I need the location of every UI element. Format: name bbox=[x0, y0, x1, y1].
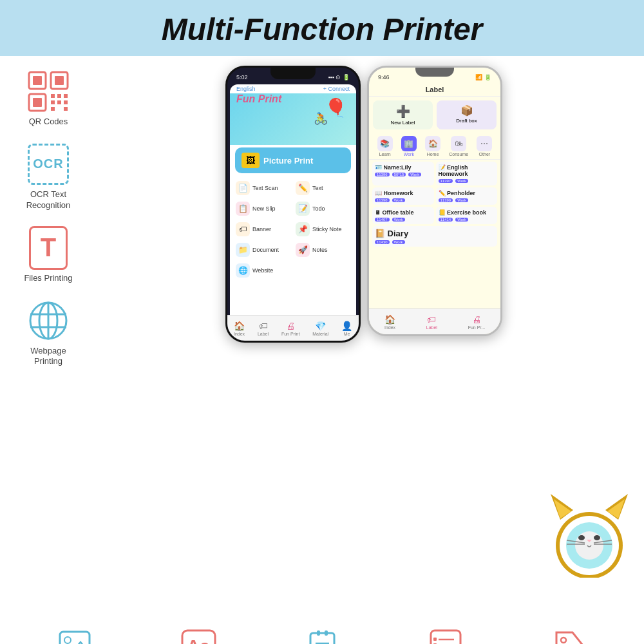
app-text-scan[interactable]: 📄 Text Scan bbox=[234, 178, 292, 198]
phone2-nav-index[interactable]: 🏠 Index bbox=[384, 314, 395, 330]
svg-rect-11 bbox=[64, 107, 68, 111]
left-features-panel: QR Codes OCR OCR TextRecognition T Files… bbox=[6, 62, 90, 616]
app-website[interactable]: 🌐 Website bbox=[234, 261, 292, 280]
cat-work[interactable]: 🏢 Work bbox=[401, 136, 417, 156]
picture-print-label: Picture Print bbox=[263, 156, 313, 166]
feature-qr-label: QR Codes bbox=[29, 117, 68, 128]
svg-point-26 bbox=[575, 531, 603, 560]
labels-icon bbox=[552, 627, 587, 644]
svg-rect-10 bbox=[57, 100, 61, 104]
svg-rect-12 bbox=[51, 107, 55, 111]
app-todo[interactable]: 📝 Todo bbox=[294, 199, 352, 218]
cat-consume[interactable]: 🛍 Consume bbox=[449, 136, 468, 156]
phone2-nav-index-icon: 🏠 bbox=[384, 314, 395, 325]
cat-other[interactable]: ⋯ Other bbox=[477, 136, 492, 156]
label-card-6-type: Work bbox=[392, 240, 405, 244]
label-card-2[interactable]: 📖 Homework 11398 Work bbox=[372, 187, 434, 205]
app-document[interactable]: 📁 Document bbox=[234, 240, 292, 260]
new-slip-label: New Slip bbox=[252, 205, 276, 212]
label-card-1[interactable]: 📝 EnglishHomework 11397 Work bbox=[436, 162, 498, 185]
label-card-0[interactable]: 🪪 Name:Lily 11396 50*15 Work bbox=[372, 162, 434, 185]
app-text[interactable]: ✏️ Text bbox=[294, 178, 352, 198]
label-card-3[interactable]: ✏️ Penholder 11399 Work bbox=[436, 187, 498, 205]
nav-label[interactable]: 🏷 Label bbox=[258, 321, 269, 323]
svg-rect-7 bbox=[57, 94, 61, 98]
svg-text:Aa: Aa bbox=[187, 636, 210, 645]
banner-icon: 🏷 bbox=[236, 222, 250, 236]
feature-ocr: OCR OCR TextRecognition bbox=[26, 142, 71, 211]
phone2-nav-label-icon: 🏷 bbox=[427, 314, 436, 325]
phone2-nav-fun-print[interactable]: 🖨 Fun Pr... bbox=[468, 314, 485, 330]
nav-material-icon: 💎 bbox=[315, 321, 326, 323]
cat-consume-icon: 🛍 bbox=[451, 136, 466, 151]
phone1-notch bbox=[270, 68, 316, 79]
phone2-time: 9:46 bbox=[378, 74, 390, 80]
phone2-bottom-nav: 🏠 Index 🏷 Label 🖨 Fun Pr... bbox=[369, 308, 500, 334]
draft-box-button[interactable]: 📦 Draft box bbox=[437, 100, 497, 129]
nav-me[interactable]: 👤 Me bbox=[341, 321, 352, 323]
document-label: Document bbox=[252, 247, 279, 253]
document-icon: 📁 bbox=[236, 243, 250, 257]
label-card-6-title: 📔 Diary bbox=[375, 229, 495, 238]
text-icon: ✏️ bbox=[296, 181, 310, 195]
bottom-feature-pictures: Pictures bbox=[57, 627, 93, 644]
phone1-app-grid: 📄 Text Scan ✏️ Text 📋 New Slip 📝 Todo bbox=[230, 176, 356, 283]
phone2-nav-label[interactable]: 🏷 Label bbox=[426, 314, 437, 330]
label-card-6[interactable]: 📔 Diary 11430 Work bbox=[372, 226, 497, 247]
text-scan-icon: 📄 bbox=[236, 181, 250, 195]
svg-rect-40 bbox=[325, 630, 328, 636]
sticky-note-label: Sticky Note bbox=[312, 226, 342, 232]
picture-print-icon: 🖼 bbox=[242, 153, 260, 168]
phone1-connect: + Connect bbox=[323, 86, 350, 92]
banner-label: Banner bbox=[252, 226, 271, 232]
todo-icon: 📝 bbox=[296, 202, 310, 216]
fun-print-title: Fun Print bbox=[230, 93, 281, 104]
cat-work-icon: 🏢 bbox=[401, 136, 417, 151]
cat-home-icon: 🏠 bbox=[425, 136, 440, 151]
phone1-lang-bar: English + Connect bbox=[230, 84, 356, 93]
new-label-text: New Label bbox=[391, 120, 415, 126]
cat-home-label: Home bbox=[427, 152, 439, 156]
text-aa-icon: Aa bbox=[181, 627, 216, 644]
picture-print-button[interactable]: 🖼 Picture Print bbox=[235, 147, 351, 173]
new-slip-icon: 📋 bbox=[236, 202, 250, 216]
phone2-notch bbox=[415, 68, 454, 77]
svg-rect-5 bbox=[33, 98, 42, 107]
nav-index[interactable]: 🏠 Index bbox=[234, 321, 245, 323]
app-notes[interactable]: 🚀 Notes bbox=[294, 240, 352, 260]
phone2-signal: 📶 🔋 bbox=[475, 74, 491, 80]
nav-fun-print[interactable]: 🖨 Fun Print bbox=[281, 321, 299, 323]
text-scan-label: Text Scan bbox=[252, 185, 278, 191]
app-sticky-note[interactable]: 📌 Sticky Note bbox=[294, 220, 352, 239]
cat-printer-device bbox=[547, 488, 631, 578]
label-card-4[interactable]: 🖥 Office table 11407 Work bbox=[372, 207, 434, 224]
nav-me-icon: 👤 bbox=[341, 321, 352, 323]
nav-fun-print-icon: 🖨 bbox=[286, 321, 295, 323]
label-card-5-type: Work bbox=[455, 218, 468, 222]
bottom-feature-lists: Lists bbox=[428, 627, 464, 644]
cat-learn-label: Learn bbox=[379, 152, 391, 156]
bottom-feature-notes: Notes bbox=[305, 627, 340, 644]
nav-material[interactable]: 💎 Material bbox=[312, 321, 328, 323]
label-card-3-type: Work bbox=[455, 198, 468, 202]
bottom-features-row: Pictures Aa Text Notes bbox=[0, 616, 644, 644]
cat-home[interactable]: 🏠 Home bbox=[425, 136, 440, 156]
label-card-4-title: 🖥 Office table bbox=[375, 209, 431, 216]
phone2-nav-fun-print-label: Fun Pr... bbox=[468, 325, 485, 330]
new-label-button[interactable]: ➕ New Label bbox=[373, 100, 433, 129]
cat-consume-label: Consume bbox=[449, 152, 468, 156]
app-banner[interactable]: 🏷 Banner bbox=[234, 220, 292, 239]
feature-ocr-label: OCR TextRecognition bbox=[26, 189, 71, 211]
bottom-feature-labels: Labels bbox=[552, 627, 587, 644]
phone2-title: Label bbox=[369, 83, 500, 97]
cat-learn[interactable]: 📚 Learn bbox=[377, 136, 393, 156]
label-card-5[interactable]: 📒 Exercise book 11414 Work bbox=[436, 207, 498, 224]
phone1-time: 5:02 bbox=[236, 74, 248, 80]
feature-files: T Files Printing bbox=[24, 225, 72, 284]
app-new-slip[interactable]: 📋 New Slip bbox=[234, 199, 292, 218]
phone2-nav-index-label: Index bbox=[384, 325, 395, 330]
svg-rect-44 bbox=[431, 630, 460, 645]
phone2-nav-fun-print-icon: 🖨 bbox=[472, 314, 481, 325]
feature-files-label: Files Printing bbox=[24, 273, 72, 284]
label-card-2-title: 📖 Homework bbox=[375, 190, 431, 196]
